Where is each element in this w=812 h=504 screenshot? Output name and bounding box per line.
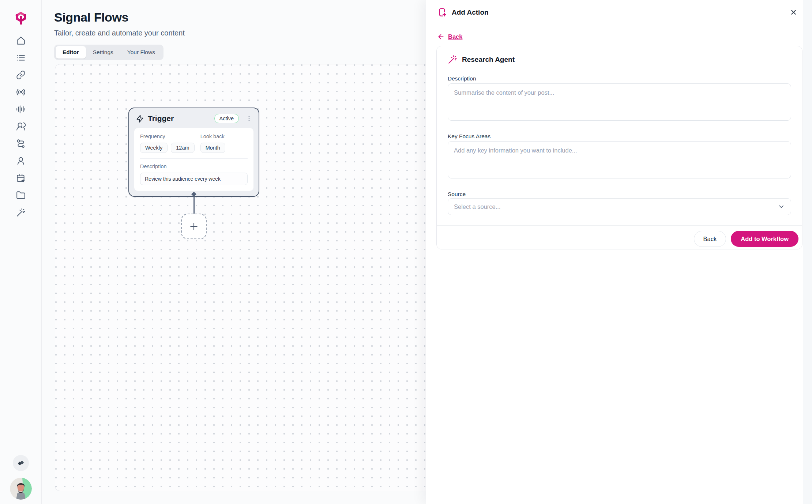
research-agent-card: Research Agent Description Key Focus Are… bbox=[436, 46, 802, 249]
trigger-node-title: Trigger bbox=[148, 114, 174, 123]
panel-header: Add Action bbox=[437, 7, 797, 17]
trigger-node[interactable]: Trigger Active Frequency Weekly 12am bbox=[128, 108, 259, 197]
close-icon[interactable] bbox=[790, 8, 797, 16]
back-link[interactable]: Back bbox=[437, 33, 462, 41]
wand-sparkles-icon bbox=[448, 55, 457, 64]
user-avatar[interactable] bbox=[10, 478, 32, 500]
broadcast-icon[interactable] bbox=[16, 87, 26, 97]
view-tabs: Editor Settings Your Flows bbox=[54, 45, 163, 60]
frequency-interval-chip: Weekly bbox=[140, 143, 168, 153]
source-select-value: Select a source... bbox=[454, 203, 500, 210]
trigger-description-input[interactable]: Review this audience every week bbox=[140, 173, 248, 185]
wand-sparkles-icon[interactable] bbox=[16, 208, 26, 217]
card-footer: Back Add to Workflow bbox=[437, 225, 802, 247]
trigger-description-label: Description bbox=[140, 163, 248, 169]
sidebar bbox=[0, 0, 42, 504]
frequency-label: Frequency bbox=[140, 133, 200, 139]
arrow-left-icon bbox=[437, 33, 445, 41]
lookback-chip: Month bbox=[200, 143, 225, 153]
plus-icon bbox=[189, 221, 199, 232]
tab-settings[interactable]: Settings bbox=[86, 46, 120, 59]
workspace-switcher-button[interactable] bbox=[13, 455, 29, 471]
key-focus-textarea[interactable] bbox=[448, 141, 791, 178]
frequency-time-chip: 12am bbox=[171, 143, 194, 153]
agent-header: Research Agent bbox=[448, 55, 515, 64]
connector-line bbox=[193, 194, 195, 214]
users-icon[interactable] bbox=[16, 122, 26, 131]
app-root: Signal Flows Tailor, create and automate… bbox=[0, 0, 812, 504]
back-link-label: Back bbox=[448, 33, 462, 40]
user-icon[interactable] bbox=[16, 156, 26, 166]
add-to-workflow-button[interactable]: Add to Workflow bbox=[731, 231, 798, 247]
trigger-node-header: Trigger Active bbox=[134, 113, 253, 123]
lookback-label: Look back bbox=[200, 133, 225, 139]
page-header: Signal Flows Tailor, create and automate… bbox=[54, 10, 185, 60]
tab-editor[interactable]: Editor bbox=[56, 46, 86, 59]
node-divider bbox=[140, 158, 248, 159]
tab-your-flows[interactable]: Your Flows bbox=[120, 46, 162, 59]
chevron-down-icon bbox=[778, 203, 785, 210]
source-label: Source bbox=[448, 191, 466, 198]
status-badge: Active bbox=[214, 114, 239, 123]
sidebar-nav bbox=[16, 36, 26, 217]
calendar-plus-icon[interactable] bbox=[16, 173, 26, 183]
description-label: Description bbox=[448, 75, 476, 82]
back-button[interactable]: Back bbox=[694, 231, 726, 247]
panel-title: Add Action bbox=[452, 8, 489, 16]
page-subtitle: Tailor, create and automate your content bbox=[54, 29, 185, 37]
agent-name: Research Agent bbox=[462, 56, 515, 64]
source-select[interactable]: Select a source... bbox=[448, 198, 791, 215]
page-title: Signal Flows bbox=[54, 10, 185, 25]
route-icon[interactable] bbox=[16, 139, 26, 148]
key-focus-label: Key Focus Areas bbox=[448, 133, 490, 140]
brand-logo[interactable] bbox=[12, 9, 30, 26]
list-icon[interactable] bbox=[16, 53, 26, 63]
folder-icon[interactable] bbox=[16, 191, 26, 200]
zap-icon bbox=[136, 114, 144, 123]
audio-lines-icon[interactable] bbox=[16, 105, 26, 114]
add-action-icon bbox=[437, 7, 447, 17]
description-textarea[interactable] bbox=[448, 83, 791, 121]
home-icon[interactable] bbox=[16, 36, 26, 45]
add-action-panel: Add Action Back Research Agent Descripti… bbox=[426, 0, 812, 504]
node-menu-icon[interactable] bbox=[245, 115, 253, 122]
panel-scroll-gutter bbox=[803, 0, 812, 504]
add-node-button[interactable] bbox=[181, 214, 207, 239]
trigger-node-body: Frequency Weekly 12am Look back Month bbox=[134, 128, 253, 191]
link-icon[interactable] bbox=[16, 70, 26, 80]
